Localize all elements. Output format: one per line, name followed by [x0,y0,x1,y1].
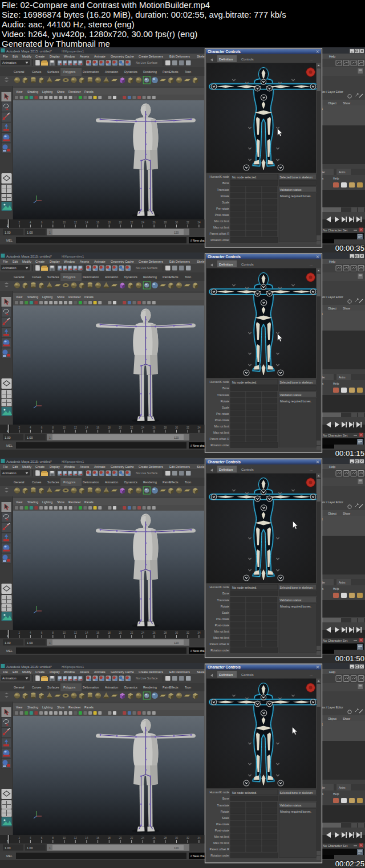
svg-text:00:02:25: 00:02:25 [335,859,364,868]
svg-text:00:01:15: 00:01:15 [335,449,364,458]
svg-text:00:00:35: 00:00:35 [335,244,364,252]
svg-text:00:01:50: 00:01:50 [335,654,364,663]
